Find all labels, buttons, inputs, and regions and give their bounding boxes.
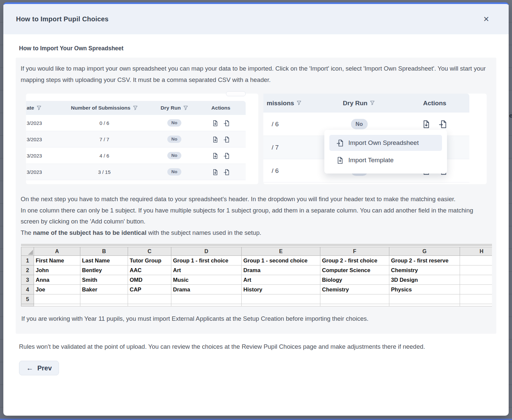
- sheet-cell: Drama: [171, 285, 242, 294]
- sheet-row: 2JohnBentleyAACArtDramaComputer ScienceC…: [21, 265, 492, 275]
- sheet-row: 4JoeBakerCAPDramaHistoryChemistryPhysics: [21, 285, 492, 294]
- sheet-column-header: C: [128, 247, 171, 256]
- dry-run-badge: No: [351, 119, 368, 129]
- sheet-cell: [34, 294, 80, 304]
- instructions-panel: If you would like to map import your own…: [16, 58, 496, 334]
- sheet-row-number: 2: [21, 265, 34, 275]
- sheet-cell: Biology: [320, 275, 389, 285]
- dimmed-page-edge-right: [509, 0, 512, 420]
- column-header: Dry Run: [153, 101, 196, 115]
- page-bottom-accent: [0, 419, 512, 420]
- file-download-icon: [212, 120, 218, 126]
- column-header: ate: [26, 101, 56, 115]
- dimmed-page-edge-left: [0, 0, 3, 420]
- sheet-cell: Computer Science: [320, 265, 389, 275]
- sheet-row-number: 4: [21, 285, 34, 294]
- sheet-cell: CAP: [128, 285, 171, 294]
- file-download-icon: [212, 137, 218, 143]
- spreadsheet-top-strip: [21, 244, 492, 247]
- sheet-row-number: 3: [21, 275, 34, 285]
- sheet-cell: AAC: [128, 265, 171, 275]
- menu-item: Import Template: [329, 153, 442, 168]
- sheet-cell: [80, 294, 128, 304]
- modal-body: How to Import Your Own Spreadsheet If yo…: [3, 34, 509, 375]
- sheet-column-header: E: [242, 247, 320, 256]
- sheet-row-number: 1: [21, 256, 34, 265]
- sheet-column-header: G: [389, 247, 460, 256]
- sheet-row: 3AnnaSmithOMDMusicArtBiology3D Design: [21, 275, 492, 285]
- table-row: 3/20230 / 6No: [26, 115, 246, 131]
- sheet-cell: [128, 294, 171, 304]
- match-paragraph-2: In one column there can only be 1 subjec…: [21, 205, 491, 227]
- table-row: 3/20233 / 15No: [26, 164, 246, 180]
- spreadsheet-example: ABCDEFGH1First NameLast NameTutor GroupG…: [21, 244, 492, 306]
- bold-identical-note: name of the subject has to be identical: [33, 229, 146, 236]
- sheet-column-header: A: [34, 247, 80, 256]
- embedded-left-table: ateNumber of SubmissionsDry RunActions3/…: [26, 101, 246, 180]
- file-download-icon: [422, 120, 430, 128]
- sheet-cell: Chemistry: [389, 265, 460, 275]
- sheet-cell: [460, 275, 492, 285]
- file-import-icon: [439, 120, 447, 128]
- sheet-cell: Tutor Group: [128, 256, 171, 265]
- section-heading: How to Import Your Own Spreadsheet: [19, 45, 496, 52]
- column-header: Actions: [196, 101, 246, 115]
- sheet-cell: History: [242, 285, 320, 294]
- file-import-icon: [224, 137, 230, 143]
- prev-button[interactable]: ← Prev: [19, 361, 59, 375]
- sheet-cell: Music: [171, 275, 242, 285]
- sheet-row: 5: [21, 294, 492, 304]
- sheet-cell: [242, 294, 320, 304]
- sheet-row-number: 5: [21, 294, 34, 304]
- table-row: 3/20234 / 6No: [26, 148, 246, 164]
- matching-instructions: On the next step you have to match the r…: [21, 194, 491, 238]
- sheet-cell: [460, 265, 492, 275]
- sheet-cell: Anna: [34, 275, 80, 285]
- sheet-column-header: D: [171, 247, 242, 256]
- year11-note: If you are working with Year 11 pupils, …: [21, 313, 491, 324]
- close-icon[interactable]: ✕: [483, 15, 489, 24]
- import-pupil-choices-modal: How to Import Pupil Choices ✕ How to Imp…: [3, 2, 509, 416]
- sheet-cell: [171, 294, 242, 304]
- match-paragraph-3: The name of the subject has to be identi…: [21, 227, 491, 238]
- sheet-cell: Baker: [80, 285, 128, 294]
- sheet-cell: Group 1 - first choice: [171, 256, 242, 265]
- file-download-icon: [212, 169, 218, 175]
- column-header: Actions: [400, 94, 469, 113]
- file-plus-icon: [337, 157, 344, 164]
- dry-run-badge: No: [167, 119, 181, 127]
- select-all-triangle-icon: [28, 250, 33, 255]
- funnel-icon: [297, 101, 302, 106]
- sheet-cell: Group 2 - first choice: [320, 256, 389, 265]
- file-import-icon: [224, 169, 230, 175]
- partial-button: [226, 91, 246, 96]
- funnel-icon: [183, 106, 188, 110]
- rules-note: Rules won't be validated at the point of…: [19, 341, 490, 352]
- sheet-cell: Art: [171, 265, 242, 275]
- sheet-cell: [460, 285, 492, 294]
- intro-paragraph: If you would like to map import your own…: [21, 63, 491, 85]
- left-arrow-icon: ←: [26, 364, 33, 372]
- excel-grid: ABCDEFGH1First NameLast NameTutor GroupG…: [21, 247, 492, 306]
- sheet-column-header: B: [80, 247, 128, 256]
- dry-run-badge: No: [167, 136, 181, 143]
- sheet-cell: 3D Design: [389, 275, 460, 285]
- sheet-cell: John: [34, 265, 80, 275]
- sheet-cell: [389, 294, 460, 304]
- sheet-cell: Smith: [80, 275, 128, 285]
- sheet-cell: [320, 294, 389, 304]
- modal-header: How to Import Pupil Choices ✕: [3, 4, 509, 34]
- screenshot-submissions-table: ateNumber of SubmissionsDry RunActions3/…: [26, 94, 258, 184]
- sheet-column-header: H: [460, 247, 492, 256]
- table-row: 3/20237 / 7No: [26, 131, 246, 148]
- sheet-cell: Bentley: [80, 265, 128, 275]
- modal-title: How to Import Pupil Choices: [16, 15, 109, 23]
- sheet-column-header: F: [320, 247, 389, 256]
- sheet-cell: OMD: [128, 275, 171, 285]
- file-import-icon: [224, 153, 230, 159]
- screenshots-row: ateNumber of SubmissionsDry RunActions3/…: [26, 94, 491, 184]
- dry-run-badge: No: [167, 152, 181, 159]
- match-paragraph-1: On the next step you have to match the r…: [21, 194, 491, 205]
- sheet-cell: Joe: [34, 285, 80, 294]
- import-dropdown-menu: Import Own SpreadsheetImport Template: [324, 130, 447, 174]
